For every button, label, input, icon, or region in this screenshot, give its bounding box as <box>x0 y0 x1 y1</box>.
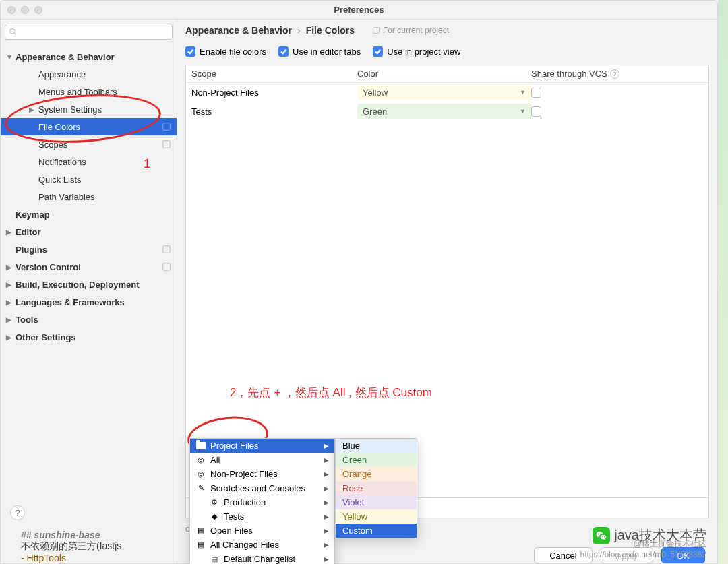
watermark-sub: @稀土掘金技术社区 https://blog.csdn.net/m0_51538… <box>580 538 706 559</box>
table-row[interactable]: Non-Project Files Yellow▼ <box>186 83 708 102</box>
chevron-down-icon: ▼ <box>520 108 526 115</box>
use-in-project-view[interactable]: Use in project view <box>373 46 460 57</box>
breadcrumb-parent: Appearance & Behavior <box>185 25 292 36</box>
svg-rect-2 <box>163 123 171 131</box>
chevron-down-icon: ▼ <box>520 89 526 96</box>
sidebar-item-tools[interactable]: ▶Tools <box>1 311 177 328</box>
project-badge-icon <box>162 122 171 131</box>
col-share: Share through VCS? <box>531 69 708 79</box>
use-in-editor-tabs[interactable]: Use in editor tabs <box>278 46 361 57</box>
project-badge-icon <box>162 262 171 272</box>
sidebar-item-build-execution-deployment[interactable]: ▶Build, Execution, Deployment <box>1 276 177 293</box>
scratch-icon: ✎ <box>195 483 206 494</box>
help-button[interactable]: ? <box>10 505 25 520</box>
color-option-green[interactable]: Green <box>336 453 417 467</box>
chevron-right-icon: ▶ <box>324 456 329 464</box>
enable-file-colors[interactable]: Enable file colors <box>185 46 266 57</box>
breadcrumb-sep: › <box>297 25 301 36</box>
chevron-right-icon: ▶ <box>324 513 329 520</box>
sidebar-item-plugins[interactable]: Plugins <box>1 241 177 258</box>
table-row[interactable]: Tests Green▼ <box>186 102 708 121</box>
chevron-right-icon: ▶ <box>324 470 329 478</box>
checkbox-row: Enable file colors Use in editor tabs Us… <box>177 41 717 65</box>
chevron-right-icon: ▶ <box>324 442 329 449</box>
svg-point-0 <box>10 29 16 34</box>
share-checkbox[interactable] <box>531 106 541 117</box>
share-checkbox[interactable] <box>531 88 541 98</box>
window-title: Preferences <box>1 5 717 15</box>
edge-strip <box>718 0 728 564</box>
chevron-icon: ▶ <box>6 281 16 288</box>
search-icon <box>9 28 17 36</box>
settings-tree: ▼Appearance & BehaviorAppearanceMenus an… <box>1 44 177 346</box>
color-option-yellow[interactable]: Yellow <box>336 509 417 524</box>
scope-menu-tests[interactable]: ◆Tests▶ <box>190 509 334 524</box>
chevron-icon: ▶ <box>6 263 16 271</box>
color-option-blue[interactable]: Blue <box>336 439 417 453</box>
chevron-icon: ▼ <box>6 53 16 61</box>
sidebar-item-other-settings[interactable]: ▶Other Settings <box>1 328 177 346</box>
sidebar-item-system-settings[interactable]: ▶System Settings <box>1 100 177 118</box>
sidebar-item-languages-frameworks[interactable]: ▶Languages & Frameworks <box>1 293 177 311</box>
diamond-icon: ◆ <box>209 511 220 522</box>
project-icon <box>372 26 380 34</box>
breadcrumb-current: File Colors <box>306 25 355 36</box>
chevron-icon: ▶ <box>6 334 16 341</box>
chevron-icon: ▶ <box>29 106 38 113</box>
target-icon: ◎ <box>195 455 206 466</box>
titlebar: Preferences <box>1 1 717 20</box>
sidebar-item-file-colors[interactable]: File Colors <box>1 118 177 135</box>
svg-rect-4 <box>163 246 171 253</box>
color-option-rose[interactable]: Rose <box>336 481 417 495</box>
sidebar-item-appearance-behavior[interactable]: ▼Appearance & Behavior <box>1 48 177 65</box>
table-header: Scope Color Share through VCS? <box>186 65 708 83</box>
annotation-label-2: 2，先点 + ，然后点 All , 然后点 Custom <box>230 385 432 400</box>
project-badge-icon <box>162 139 171 149</box>
background-code: ## sunshine-base 不依赖别的第三方(fastjs - HttpT… <box>21 530 493 563</box>
scope-menu-project-files[interactable]: Project Files▶ <box>190 439 334 453</box>
svg-rect-3 <box>163 141 171 148</box>
sidebar-item-keymap[interactable]: Keymap <box>1 206 177 223</box>
chevron-icon: ▶ <box>6 228 16 236</box>
scope-menu-non-project-files[interactable]: ◎Non-Project Files▶ <box>190 467 334 481</box>
sidebar-item-quick-lists[interactable]: Quick Lists <box>1 170 177 188</box>
svg-rect-5 <box>163 263 171 271</box>
color-option-violet[interactable]: Violet <box>336 495 417 509</box>
search-wrap <box>1 20 177 44</box>
search-input[interactable] <box>5 24 173 40</box>
breadcrumb: Appearance & Behavior › File Colors For … <box>177 20 717 41</box>
gear-icon: ⚙ <box>209 497 220 508</box>
folder-icon <box>195 441 206 451</box>
annotation-label-1: 1 <box>144 157 150 171</box>
project-scope-label: For current project <box>372 26 449 35</box>
chevron-icon: ▶ <box>6 316 16 323</box>
scope-menu-production[interactable]: ⚙Production▶ <box>190 495 334 509</box>
sidebar-item-appearance[interactable]: Appearance <box>1 65 177 83</box>
color-popup-menu: BlueGreenOrangeRoseVioletYellowCustom <box>335 438 417 538</box>
sidebar-item-editor[interactable]: ▶Editor <box>1 223 177 241</box>
scope-menu-scratches-and-consoles[interactable]: ✎Scratches and Consoles▶ <box>190 481 334 495</box>
svg-line-1 <box>14 33 16 35</box>
sidebar-item-path-variables[interactable]: Path Variables <box>1 188 177 206</box>
scope-menu-all[interactable]: ◎All▶ <box>190 453 334 467</box>
color-dropdown[interactable]: Green▼ <box>357 104 531 119</box>
sidebar: ▼Appearance & BehaviorAppearanceMenus an… <box>1 20 177 563</box>
preferences-window: Preferences ▼Appearance & BehaviorAppear… <box>0 0 718 564</box>
svg-rect-6 <box>373 28 379 34</box>
sidebar-item-scopes[interactable]: Scopes <box>1 135 177 153</box>
col-color: Color <box>357 69 531 79</box>
col-scope: Scope <box>186 69 357 79</box>
sidebar-item-version-control[interactable]: ▶Version Control <box>1 258 177 276</box>
target-icon: ◎ <box>195 469 206 480</box>
color-option-orange[interactable]: Orange <box>336 467 417 481</box>
chevron-right-icon: ▶ <box>324 499 329 506</box>
chevron-icon: ▶ <box>6 299 16 306</box>
project-badge-icon <box>162 245 171 254</box>
help-icon[interactable]: ? <box>610 69 619 79</box>
chevron-right-icon: ▶ <box>324 484 329 492</box>
sidebar-item-menus-and-toolbars[interactable]: Menus and Toolbars <box>1 83 177 100</box>
color-dropdown[interactable]: Yellow▼ <box>357 85 531 100</box>
